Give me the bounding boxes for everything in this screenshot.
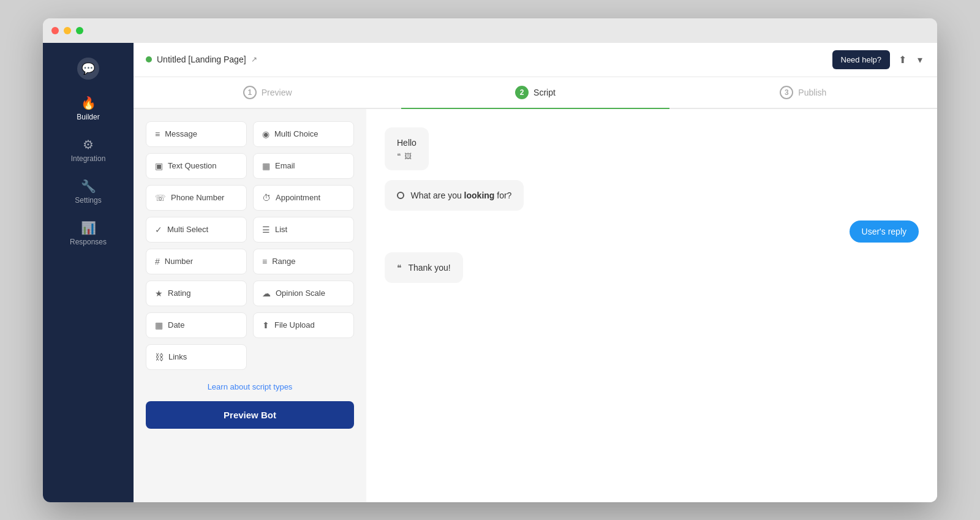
card-label-date: Date [168,320,184,330]
titlebar [43,18,937,43]
card-multi-select[interactable]: ✓ Multi Select [146,217,247,243]
looking-text-pre: What are you [410,190,464,200]
card-label-multi-select: Multi Select [167,225,208,234]
learn-link[interactable]: Learn about script types [146,382,354,391]
builder-icon: 🔥 [81,97,96,109]
chat-bubble-thankyou: ❝ Thank you! [385,252,463,283]
looking-text-post: for? [494,190,511,200]
sidebar-item-builder[interactable]: 🔥 Builder [43,88,134,130]
need-help-button[interactable]: Need help? [832,50,891,69]
tab-publish[interactable]: 3 Publish [669,77,937,108]
card-links[interactable]: ⛓ Links [146,344,247,370]
card-multi-choice[interactable]: ◉ Multi Choice [253,121,354,147]
chat-icon: 💬 [77,58,99,80]
card-label-list: List [275,225,287,234]
tab-number-publish: 3 [780,86,793,99]
card-label-rating: Rating [168,288,191,298]
card-number[interactable]: # Number [146,249,247,274]
quote-icon-thankyou: ❝ [397,263,402,273]
hello-text: Hello [397,138,417,148]
sidebar-item-responses[interactable]: 📊 Responses [43,213,134,255]
dropdown-button[interactable]: ▾ [915,51,925,68]
app-body: 💬 🔥 Builder ⚙ Integration 🔧 Settings 📊 R… [43,43,937,502]
card-date[interactable]: ▦ Date [146,312,247,338]
email-icon: ▦ [262,161,270,171]
tab-label-script: Script [533,88,556,97]
looking-text-bold: looking [464,190,495,200]
tab-label-publish: Publish [798,88,826,97]
card-label-opinion-scale: Opinion Scale [276,288,325,298]
tab-script[interactable]: 2 Script [401,77,669,108]
sidebar-label-builder: Builder [77,113,99,121]
card-text-question[interactable]: ▣ Text Question [146,153,247,179]
close-dot[interactable] [51,27,59,34]
card-label-email: Email [275,161,295,170]
sidebar-item-chat[interactable]: 💬 [43,49,134,88]
file-upload-icon: ⬆ [262,320,270,330]
status-dot [146,56,152,62]
sidebar: 💬 🔥 Builder ⚙ Integration 🔧 Settings 📊 R… [43,43,134,502]
number-icon: # [155,257,160,266]
links-icon: ⛓ [155,352,164,362]
card-label-range: Range [272,257,295,266]
preview-bot-button[interactable]: Preview Bot [146,401,354,429]
card-range[interactable]: ≡ Range [253,249,354,274]
left-panel: ≡ Message ◉ Multi Choice ▣ Text Question [134,109,366,502]
sidebar-label-integration: Integration [71,154,106,163]
sidebar-label-settings: Settings [75,196,101,205]
card-opinion-scale[interactable]: ☁ Opinion Scale [253,281,354,306]
list-icon: ☰ [262,225,270,235]
card-rating[interactable]: ★ Rating [146,281,247,306]
card-phone-number[interactable]: ☏ Phone Number [146,185,247,211]
tab-preview[interactable]: 1 Preview [134,77,401,108]
sidebar-item-integration[interactable]: ⚙ Integration [43,130,134,171]
card-label-file-upload: File Upload [274,320,315,330]
main-content: Untitled [Landing Page] ↗ Need help? ⬆ ▾… [134,43,937,502]
phone-icon: ☏ [155,193,166,203]
range-icon: ≡ [262,257,267,266]
card-message[interactable]: ≡ Message [146,121,247,147]
tab-label-preview: Preview [262,88,292,97]
card-appointment[interactable]: ⏱ Appointment [253,185,354,211]
card-label-links: Links [168,352,187,361]
settings-icon: 🔧 [81,180,96,192]
topbar-right: Need help? ⬆ ▾ [832,50,925,69]
topbar: Untitled [Landing Page] ↗ Need help? ⬆ ▾ [134,43,937,77]
card-label-multi-choice: Multi Choice [274,129,318,138]
app-window: 💬 🔥 Builder ⚙ Integration 🔧 Settings 📊 R… [43,18,937,502]
image-icon-hello: 🖼 [404,152,412,160]
card-label-text-question: Text Question [168,161,217,170]
appointment-icon: ⏱ [262,193,271,203]
export-button[interactable]: ⬆ [896,51,909,68]
multi-choice-icon: ◉ [262,129,270,139]
integration-icon: ⚙ [83,138,94,151]
text-question-icon: ▣ [155,161,163,171]
content-area: ≡ Message ◉ Multi Choice ▣ Text Question [134,109,937,502]
tab-number-preview: 1 [243,86,257,99]
chat-bubble-looking: What are you looking for? [385,180,524,211]
external-link-icon[interactable]: ↗ [251,55,257,64]
minimize-dot[interactable] [64,27,71,34]
card-email[interactable]: ▦ Email [253,153,354,179]
sidebar-item-settings[interactable]: 🔧 Settings [43,171,134,213]
tabs-bar: 1 Preview 2 Script 3 Publish [134,77,937,109]
card-label-number: Number [165,257,193,266]
card-label-appointment: Appointment [276,193,320,202]
thankyou-text: Thank you! [408,263,450,273]
opinion-scale-icon: ☁ [262,288,271,298]
sidebar-label-responses: Responses [70,238,107,246]
users-reply-button[interactable]: User's reply [850,220,919,243]
hello-icons: ❝ 🖼 [397,152,417,160]
card-list[interactable]: ☰ List [253,217,354,243]
maximize-dot[interactable] [76,27,83,34]
message-icon: ≡ [155,129,160,139]
tab-number-script: 2 [515,86,529,99]
chat-bubble-hello: Hello ❝ 🖼 [385,127,429,170]
card-file-upload[interactable]: ⬆ File Upload [253,312,354,338]
chat-preview: Hello ❝ 🖼 What are you looking for? User… [366,109,937,502]
multi-select-icon: ✓ [155,225,162,235]
page-title: Untitled [Landing Page] [157,55,246,64]
quote-icon-hello: ❝ [397,152,401,160]
script-grid: ≡ Message ◉ Multi Choice ▣ Text Question [146,121,354,370]
date-icon: ▦ [155,320,163,330]
